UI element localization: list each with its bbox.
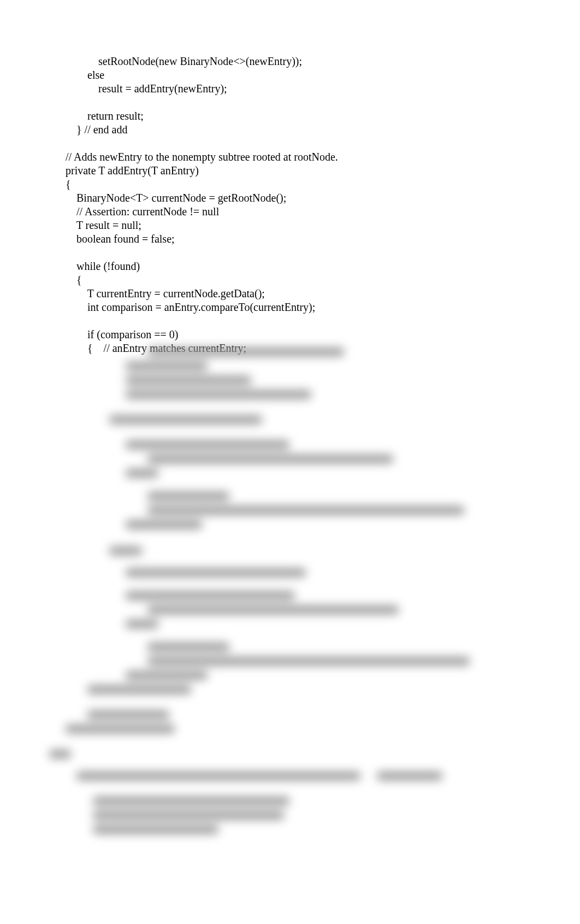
blurred-line bbox=[76, 772, 360, 780]
blurred-line bbox=[126, 568, 306, 577]
blurred-line bbox=[126, 362, 208, 370]
blurred-line bbox=[126, 591, 295, 600]
blurred-line bbox=[147, 455, 393, 463]
blurred-line bbox=[147, 643, 229, 651]
blurred-line bbox=[109, 546, 142, 555]
blurred-content bbox=[0, 0, 580, 924]
blurred-line bbox=[49, 750, 71, 758]
blurred-line bbox=[147, 492, 229, 501]
blurred-line bbox=[147, 657, 470, 666]
blurred-line bbox=[126, 671, 208, 680]
blurred-line bbox=[93, 797, 289, 805]
blurred-line bbox=[126, 520, 202, 529]
blurred-line bbox=[126, 440, 289, 449]
blurred-line bbox=[377, 772, 442, 780]
blurred-line bbox=[126, 376, 251, 385]
blurred-line bbox=[126, 620, 158, 628]
blurred-line bbox=[66, 725, 175, 733]
blurred-line bbox=[147, 348, 344, 356]
blurred-line bbox=[126, 390, 311, 399]
blurred-line bbox=[87, 710, 169, 719]
blurred-line bbox=[93, 811, 284, 820]
blurred-line bbox=[126, 469, 158, 478]
blurred-line bbox=[147, 506, 464, 515]
blurred-line bbox=[147, 605, 399, 614]
blurred-line bbox=[93, 825, 218, 834]
blurred-line bbox=[109, 415, 262, 424]
blurred-line bbox=[87, 685, 191, 694]
